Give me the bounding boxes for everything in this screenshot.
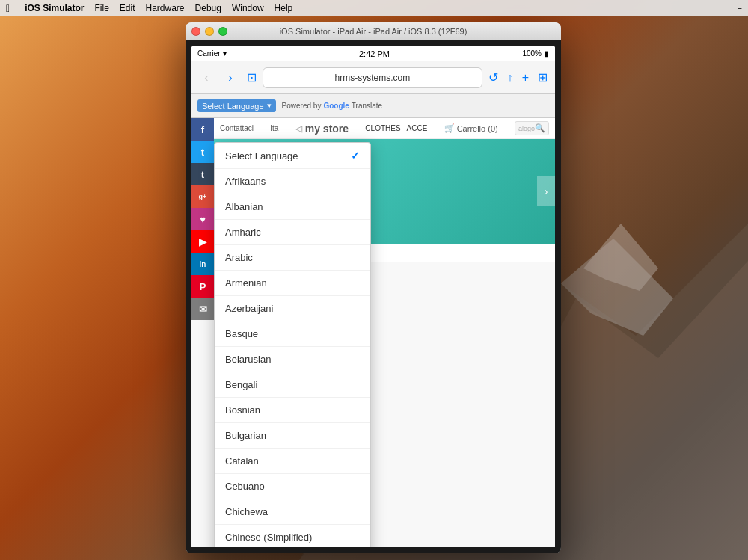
translate-select-button[interactable]: Select Language ▾	[197, 99, 276, 112]
contact-link[interactable]: Contattaci	[220, 124, 254, 132]
ios-statusbar: Carrier ▾ 2:42 PM 100% ▮	[191, 46, 555, 61]
carrier-info: Carrier ▾	[197, 49, 227, 58]
pinterest-button[interactable]: P	[191, 275, 214, 298]
dropdown-item-bosnian[interactable]: Bosnian	[215, 398, 370, 423]
dropdown-item-cebuano[interactable]: Cebuano	[215, 474, 370, 499]
dropdown-item-belarusian[interactable]: Belarusian	[215, 347, 370, 372]
albanian-label: Albanian	[225, 201, 263, 212]
refresh-button[interactable]: ↺	[485, 67, 501, 87]
youtube-button[interactable]: ▶	[191, 230, 214, 253]
catalan-label: Catalan	[225, 455, 259, 467]
menubar-app-name[interactable]: iOS Simulator	[25, 3, 84, 13]
tumblr-button[interactable]: t	[191, 163, 214, 185]
basque-label: Basque	[225, 328, 258, 339]
forward-button[interactable]: ›	[220, 67, 241, 88]
chinese-simplified-label: Chinese (Simplified)	[225, 532, 312, 543]
email-button[interactable]: ✉	[191, 298, 214, 320]
menubar-window[interactable]: Window	[232, 3, 264, 13]
bookmarks-icon[interactable]: ⊡	[244, 67, 260, 87]
powered-by-text: Powered by	[282, 102, 322, 110]
google-translate-badge: Powered by Google Translate	[282, 102, 383, 110]
back-button[interactable]: ‹	[196, 67, 217, 88]
website-content: f t t g+ ♥ ▶ in P ✉ Contattaci Ita	[191, 118, 555, 547]
selected-checkmark-icon: ✓	[351, 150, 360, 161]
window-title: iOS Simulator - iPad Air - iPad Air / iO…	[280, 27, 468, 36]
add-tab-button[interactable]: +	[519, 68, 532, 87]
battery-info: 100% ▮	[522, 49, 549, 58]
sidebar-arrow-icon: ◁	[295, 123, 302, 134]
close-button[interactable]	[191, 27, 200, 36]
afrikaans-label: Afrikaans	[225, 176, 266, 187]
simulator-window: iOS Simulator - iPad Air - iPad Air / iO…	[186, 22, 561, 553]
google-text: Google	[323, 102, 349, 110]
carrier-label: Carrier	[197, 49, 221, 58]
dropdown-item-select-language[interactable]: Select Language ✓	[215, 143, 370, 169]
mac-menubar:  iOS Simulator File Edit Hardware Debug…	[0, 0, 748, 16]
url-bar[interactable]: hrms-systems.com	[263, 67, 482, 88]
armenian-label: Armenian	[225, 277, 267, 289]
window-controls	[191, 27, 227, 36]
chichewa-label: Chichewa	[225, 506, 268, 517]
dropdown-item-afrikaans[interactable]: Afrikaans	[215, 169, 370, 194]
dropdown-item-arabic[interactable]: Arabic	[215, 245, 370, 271]
bengali-label: Bengali	[225, 379, 257, 390]
browser-bar: ‹ › ⊡ hrms-systems.com ↺ ↑ + ⊞	[191, 61, 555, 94]
menu-right-icon: ≡	[738, 4, 742, 13]
cebuano-label: Cebuano	[225, 481, 265, 492]
menubar-file[interactable]: File	[94, 3, 108, 13]
googleplus-button[interactable]: g+	[191, 185, 214, 208]
menubar-help[interactable]: Help	[275, 3, 293, 13]
menubar-debug[interactable]: Debug	[195, 3, 221, 13]
ipad-screen: Carrier ▾ 2:42 PM 100% ▮ ‹ › ⊡ hrms-syst…	[191, 46, 555, 547]
dropdown-item-armenian[interactable]: Armenian	[215, 271, 370, 296]
menubar-edit[interactable]: Edit	[120, 3, 135, 13]
translate-bar: Select Language ▾ Powered by Google Tran…	[191, 94, 555, 118]
dropdown-item-bulgarian[interactable]: Bulgarian	[215, 423, 370, 449]
dropdown-item-albanian[interactable]: Albanian	[215, 194, 370, 220]
maximize-button[interactable]	[218, 27, 227, 36]
share-button[interactable]: ↑	[504, 68, 516, 87]
ipad-frame: Carrier ▾ 2:42 PM 100% ▮ ‹ › ⊡ hrms-syst…	[186, 40, 561, 553]
minimize-button[interactable]	[205, 27, 214, 36]
facebook-button[interactable]: f	[191, 118, 214, 141]
instagram-button[interactable]: ♥	[191, 208, 214, 230]
cart-label: Carrello (0)	[457, 124, 498, 133]
menubar-items: iOS Simulator File Edit Hardware Debug W…	[25, 3, 292, 13]
dropdown-item-amharic[interactable]: Amharic	[215, 220, 370, 245]
dropdown-select-language-label: Select Language	[225, 150, 298, 161]
dropdown-item-chinese-simplified[interactable]: Chinese (Simplified)	[215, 525, 370, 547]
nav-accessories[interactable]: ACCE	[407, 124, 428, 132]
dropdown-item-basque[interactable]: Basque	[215, 321, 370, 347]
window-titlebar: iOS Simulator - iPad Air - iPad Air / iO…	[186, 22, 561, 40]
amharic-label: Amharic	[225, 227, 261, 238]
tabs-button[interactable]: ⊞	[535, 67, 551, 87]
social-sidebar: f t t g+ ♥ ▶ in P ✉	[191, 118, 214, 320]
language-prefix: Ita	[270, 124, 278, 132]
store-logo: ◁ my store	[295, 123, 349, 135]
wifi-icon: ▾	[223, 49, 227, 58]
search-icon: 🔍	[535, 123, 545, 133]
translate-text: Translate	[352, 102, 382, 110]
translate-dropdown-arrow: ▾	[267, 101, 272, 111]
menubar-right: ≡	[738, 4, 742, 13]
menubar-hardware[interactable]: Hardware	[146, 3, 185, 13]
battery-icon: ▮	[545, 49, 549, 58]
nav-clothes[interactable]: CLOTHES	[365, 124, 400, 132]
twitter-button[interactable]: t	[191, 141, 214, 163]
arabic-label: Arabic	[225, 252, 253, 263]
search-bar[interactable]: alogo 🔍	[515, 121, 549, 135]
store-name: my store	[305, 123, 349, 135]
status-time: 2:42 PM	[359, 49, 390, 58]
apple-logo-icon: 	[6, 2, 10, 14]
battery-percent: 100%	[522, 49, 542, 58]
dropdown-item-catalan[interactable]: Catalan	[215, 449, 370, 474]
belarusian-label: Belarusian	[225, 354, 271, 365]
dropdown-item-bengali[interactable]: Bengali	[215, 372, 370, 398]
dropdown-item-azerbaijani[interactable]: Azerbaijani	[215, 296, 370, 321]
dropdown-item-chichewa[interactable]: Chichewa	[215, 499, 370, 525]
hero-next-button[interactable]: ›	[537, 176, 555, 206]
bulgarian-label: Bulgarian	[225, 430, 266, 441]
cart-area[interactable]: 🛒 Carrello (0)	[444, 123, 498, 133]
azerbaijani-label: Azerbaijani	[225, 303, 273, 314]
linkedin-button[interactable]: in	[191, 253, 214, 275]
